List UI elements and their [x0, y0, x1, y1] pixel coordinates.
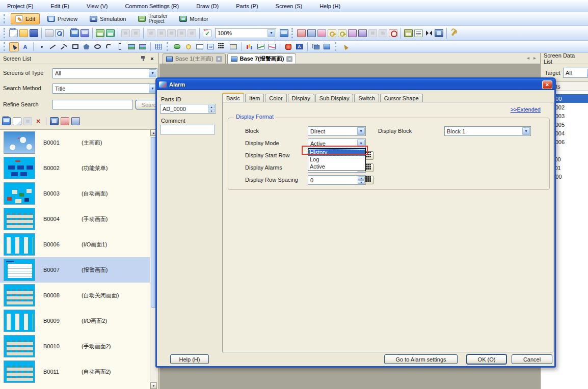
comment-input[interactable] — [160, 125, 215, 134]
dropdown-option-active[interactable]: Active — [308, 163, 365, 170]
screens-of-type-combo[interactable]: All ▾ — [52, 68, 157, 78]
tab-sub-display[interactable]: Sub Display — [315, 94, 354, 102]
dropdown-option-history[interactable]: History — [308, 149, 365, 156]
new-project-icon[interactable]: NEW — [9, 29, 18, 37]
dropdown-option-log[interactable]: Log — [308, 156, 365, 163]
group-up-icon[interactable] — [368, 29, 377, 37]
address-b-icon[interactable] — [307, 29, 316, 37]
undo-icon[interactable] — [121, 29, 130, 37]
tab-color[interactable]: Color — [265, 94, 286, 102]
package-save-icon[interactable] — [106, 29, 115, 37]
toolbar-grip[interactable] — [4, 28, 6, 38]
window-part-button[interactable] — [311, 42, 320, 51]
address-a-icon[interactable] — [297, 29, 306, 37]
security-icon[interactable] — [338, 29, 346, 37]
tab-nav-right-icon[interactable]: ▸ — [533, 55, 536, 61]
change-screen-icon[interactable] — [61, 117, 69, 125]
duplicate-icon[interactable] — [177, 29, 186, 37]
tab-item[interactable]: Item — [245, 94, 264, 102]
polyline-tool[interactable] — [59, 42, 69, 51]
screen-list-item[interactable]: B0001 (主画面) — [0, 130, 150, 155]
trend-graph-part-button[interactable] — [267, 42, 277, 51]
open-project-icon[interactable] — [19, 29, 28, 37]
dot-tool[interactable] — [37, 42, 46, 51]
error-check-icon[interactable]: Err ✓ — [203, 29, 211, 37]
memo-icon[interactable] — [414, 29, 423, 37]
block-convert-icon[interactable] — [348, 29, 357, 37]
pin-icon[interactable] — [140, 55, 146, 62]
menu-common-settings[interactable]: Common Settings (R) — [123, 2, 181, 10]
table-tool[interactable] — [154, 42, 164, 51]
print-icon[interactable] — [45, 29, 54, 37]
fit-screen-icon[interactable] — [280, 29, 288, 37]
new-screen-icon[interactable]: NEW — [2, 117, 11, 125]
image-unit-icon[interactable] — [404, 29, 413, 37]
menu-draw[interactable]: Draw (D) — [194, 2, 221, 10]
package-open-icon[interactable] — [96, 29, 104, 37]
toolbar-grip[interactable] — [4, 14, 6, 23]
paste-screen-icon[interactable] — [23, 117, 32, 125]
close-tab-icon[interactable]: × — [216, 56, 222, 62]
tab-cursor-shape[interactable]: Cursor Shape — [380, 94, 423, 102]
display-monitor-icon[interactable] — [50, 117, 59, 125]
chevron-down-icon[interactable]: ▾ — [357, 140, 365, 147]
chevron-down-icon[interactable]: ▾ — [522, 127, 530, 135]
key-icon[interactable] — [328, 29, 336, 37]
tab-base1[interactable]: Base 1(主画面) × — [163, 53, 226, 64]
chevron-down-icon[interactable]: ▾ — [357, 127, 365, 135]
screen-list-item[interactable]: B0003 (自动画面) — [0, 181, 150, 206]
chevron-down-icon[interactable]: ▾ — [268, 29, 275, 37]
screen-list-item[interactable]: B0011 (自动画面2) — [0, 359, 150, 384]
ok-button[interactable]: OK (O) — [467, 354, 506, 364]
tab-nav-left-icon[interactable]: ◂ — [527, 55, 529, 61]
toolbar-grip[interactable] — [291, 28, 294, 38]
scroll-down-button[interactable]: ▼ — [150, 382, 157, 389]
toolbar-grip[interactable] — [335, 42, 337, 50]
target-combo[interactable]: All ▾ — [563, 68, 588, 78]
spinner-arrows[interactable]: ▲ ▼ — [358, 176, 365, 184]
group-down-icon[interactable] — [379, 29, 387, 37]
menu-screen[interactable]: Screen (S) — [274, 2, 305, 10]
block-combo[interactable]: Direct ▾ — [308, 126, 366, 136]
simulation-button[interactable]: Simulation — [85, 13, 130, 24]
delete-icon[interactable] — [188, 29, 196, 37]
screen-list-item[interactable]: B0006 (I/O画面1) — [0, 232, 150, 257]
display-mode-combo[interactable]: Active ▾ — [308, 138, 366, 148]
date-part-button[interactable]: 12 — [206, 42, 216, 51]
cut-icon[interactable] — [147, 29, 155, 37]
cursor-part-button[interactable] — [340, 42, 350, 51]
picture-display-part-button[interactable] — [322, 42, 332, 51]
display-start-row-keypad-button[interactable] — [365, 151, 373, 160]
spinner-arrows[interactable]: ▲ ▼ — [208, 105, 215, 113]
menu-project[interactable]: Project (F) — [5, 2, 35, 10]
copy-icon[interactable] — [157, 29, 166, 37]
preview-button[interactable]: Preview — [43, 13, 82, 24]
file-part-button[interactable] — [228, 42, 238, 51]
select-tool[interactable] — [9, 42, 19, 51]
redo-icon[interactable] — [131, 29, 140, 37]
copy-screen-icon[interactable] — [13, 117, 21, 125]
movie-icon[interactable] — [435, 29, 443, 37]
display-block-combo[interactable]: Block 1 ▾ — [444, 126, 531, 136]
tab-display[interactable]: Display — [288, 94, 314, 102]
menu-help[interactable]: Help (H) — [317, 2, 342, 10]
search-method-combo[interactable]: Title ▾ — [52, 84, 157, 94]
toolbar-grip[interactable] — [167, 42, 169, 50]
paste-icon[interactable] — [167, 29, 176, 37]
parts-id-spinner[interactable]: AD_0000 ▲ ▼ — [160, 104, 216, 114]
bar-graph-part-button[interactable] — [245, 42, 254, 51]
valve-icon[interactable] — [424, 29, 433, 37]
display-row-spacing-spinner[interactable]: 0 ▲ ▼ — [308, 175, 366, 185]
refine-search-input[interactable] — [52, 100, 133, 109]
print-preview-icon[interactable] — [55, 29, 64, 37]
clock-icon[interactable] — [389, 29, 397, 37]
screen-list-item[interactable]: B0010 (手动画面2) — [0, 334, 150, 359]
parts-list-icon[interactable] — [317, 29, 326, 37]
screen-list-item[interactable]: B0009 (I/O画面2) — [0, 308, 150, 334]
screen-settings-icon[interactable] — [81, 29, 89, 37]
text-tool[interactable]: A — [20, 42, 30, 51]
screen-list-item[interactable]: B0002 (功能菜单) — [0, 155, 150, 181]
lamp-part-button[interactable] — [183, 42, 193, 51]
alarm-part-button[interactable] — [283, 42, 293, 51]
save-icon[interactable] — [30, 29, 38, 37]
